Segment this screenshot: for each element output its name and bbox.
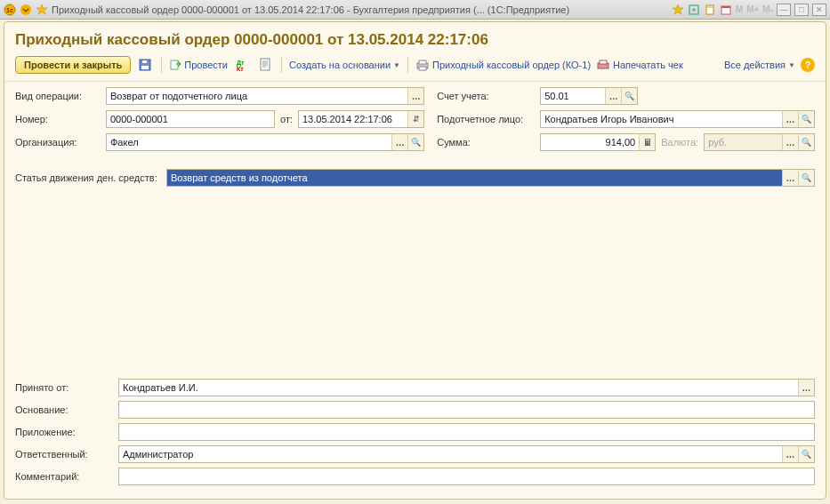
calc-icon[interactable] <box>704 4 716 16</box>
date-field[interactable]: 13.05.2014 22:17:06 <box>298 110 424 128</box>
open-button <box>798 134 814 150</box>
open-button[interactable] <box>798 170 814 186</box>
m-mem-icon[interactable]: M <box>736 4 743 14</box>
post-and-close-button[interactable]: Провести и закрыть <box>15 56 131 74</box>
svg-rect-19 <box>600 60 607 64</box>
nav-down-icon[interactable] <box>20 4 32 16</box>
close-window-button[interactable]: ✕ <box>812 4 826 16</box>
fav-add-icon[interactable] <box>672 4 684 16</box>
create-based-on-button[interactable]: Создать на основании ▼ <box>289 60 400 70</box>
person-field[interactable]: Кондратьев Игорь Иванович <box>540 110 815 128</box>
currency-field: руб. <box>704 133 815 151</box>
op-type-label: Вид операции: <box>15 91 101 101</box>
app-1c-icon: 1c <box>4 4 16 16</box>
svg-rect-11 <box>171 60 178 69</box>
op-type-field[interactable]: Возврат от подотчетного лица <box>106 87 424 105</box>
calendar-icon[interactable] <box>720 4 732 16</box>
svg-text:1c: 1c <box>6 7 13 13</box>
svg-rect-10 <box>142 60 147 63</box>
org-field[interactable]: Факел <box>106 133 424 151</box>
select-button <box>782 134 798 150</box>
sum-field[interactable]: 914,00 <box>540 133 656 151</box>
minimize-button[interactable]: — <box>777 4 791 16</box>
print-ko1-button[interactable]: Приходный кассовый ордер (КО-1) <box>415 59 591 71</box>
org-label: Организация: <box>15 137 101 148</box>
window-title: Приходный кассовый ордер 0000-000001 от … <box>52 4 569 15</box>
svg-rect-16 <box>419 60 426 64</box>
chevron-down-icon: ▼ <box>393 61 400 69</box>
select-button[interactable] <box>407 88 423 104</box>
responsible-field[interactable]: Администратор <box>118 445 815 463</box>
maximize-button[interactable]: □ <box>794 4 809 16</box>
open-button[interactable] <box>407 134 423 150</box>
basis-field[interactable] <box>118 401 815 419</box>
sum-label: Сумма: <box>437 137 535 148</box>
open-button[interactable] <box>798 111 814 127</box>
post-label: Провести <box>184 60 228 70</box>
select-button[interactable] <box>782 446 798 462</box>
number-label: Номер: <box>15 114 101 124</box>
svg-rect-7 <box>721 6 730 8</box>
comment-label: Комментарий: <box>15 471 113 482</box>
open-button[interactable] <box>621 88 637 104</box>
favorite-star-icon[interactable] <box>36 4 48 16</box>
svg-point-2 <box>20 4 31 15</box>
debit-credit-icon[interactable]: ДтКт <box>233 56 251 74</box>
received-from-label: Принято от: <box>15 382 113 393</box>
help-icon[interactable]: ? <box>801 58 815 72</box>
m-minus-icon[interactable]: M- <box>762 4 773 14</box>
select-button[interactable] <box>782 111 798 127</box>
chevron-down-icon: ▼ <box>788 61 795 69</box>
m-plus-icon[interactable]: M+ <box>746 4 759 14</box>
comment-field[interactable] <box>118 468 815 485</box>
post-button[interactable]: Провести <box>169 59 228 71</box>
svg-rect-9 <box>141 66 149 69</box>
print-check-button[interactable]: Напечатать чек <box>596 59 683 71</box>
number-field[interactable]: 0000-000001 <box>106 110 275 128</box>
svg-text:Кт: Кт <box>237 66 244 72</box>
svg-rect-5 <box>707 6 713 8</box>
links-icon[interactable] <box>688 4 700 16</box>
basis-label: Основание: <box>15 404 113 415</box>
select-button[interactable] <box>782 170 798 186</box>
person-label: Подотчетное лицо: <box>437 114 535 124</box>
svg-rect-17 <box>419 67 426 70</box>
attachment-label: Приложение: <box>15 427 113 437</box>
all-actions-button[interactable]: Все действия ▼ <box>724 60 795 70</box>
toolbar: Провести и закрыть Провести ДтКт Создать… <box>4 54 826 82</box>
received-from-field[interactable]: Кондратьев И.И. <box>118 379 815 396</box>
account-field[interactable]: 50.01 <box>540 87 638 105</box>
save-icon[interactable] <box>136 56 154 74</box>
select-button[interactable] <box>798 380 814 396</box>
titlebar-right-icons: M M+ M- — □ ✕ <box>672 4 826 16</box>
from-label: от: <box>280 114 293 124</box>
responsible-label: Ответственный: <box>15 449 113 460</box>
date-spin-button[interactable] <box>407 111 423 127</box>
flow-label: Статья движения ден. средств: <box>15 172 161 183</box>
currency-label: Валюта: <box>661 137 698 148</box>
form-window: Приходный кассовый ордер 0000-000001 от … <box>4 21 826 500</box>
select-button[interactable] <box>391 134 407 150</box>
page-title: Приходный кассовый ордер 0000-000001 от … <box>4 22 826 54</box>
attachment-field[interactable] <box>118 423 815 441</box>
titlebar: 1c Приходный кассовый ордер 0000-000001 … <box>0 0 830 20</box>
calc-button[interactable] <box>639 134 655 150</box>
cash-flow-field[interactable]: Возврат средств из подотчета <box>166 169 815 187</box>
select-button[interactable] <box>605 88 621 104</box>
open-button[interactable] <box>798 446 814 462</box>
account-label: Счет учета: <box>437 91 535 101</box>
document-icon[interactable] <box>256 56 274 74</box>
